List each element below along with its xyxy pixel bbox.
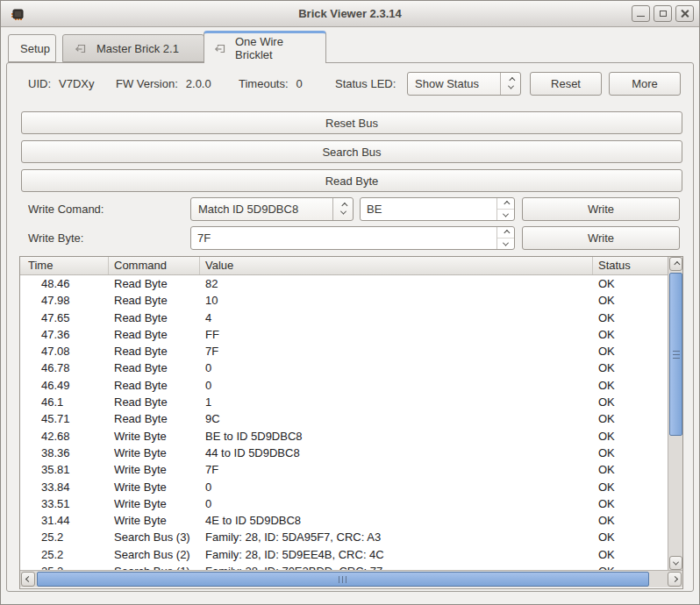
write-command-value-input[interactable]: BE [360,197,515,221]
titlebar[interactable]: Brick Viewer 2.3.14 [1,1,699,27]
table-cell: Read Byte [109,275,200,292]
table-row[interactable]: 47.65Read Byte4OK [20,310,668,326]
scroll-up-button[interactable] [669,257,682,271]
table-row[interactable]: 46.49Read Byte0OK [20,377,668,394]
write-command-selected-value: Match ID 5D9DBC8 [191,203,332,216]
minimize-button[interactable] [632,5,650,22]
table-row[interactable]: 25.2Search Bus (1)Family: 28, ID: 70E2BD… [20,563,668,570]
timeouts-value: 0 [296,72,303,96]
tab-master-brick[interactable]: Master Brick 2.1 [62,34,204,62]
write-byte-label: Write Byte: [28,226,83,250]
timeouts-label: Timeouts: [239,72,289,96]
column-header[interactable]: Status [593,257,668,274]
table-row[interactable]: 42.68Write ByteBE to ID 5D9DBC8OK [20,428,668,445]
spin-down-button[interactable] [497,238,514,249]
table-cell: 47.08 [20,343,109,359]
horizontal-scrollbar-thumb[interactable] [37,572,649,587]
app-window: Brick Viewer 2.3.14 Setup Master Brick 2… [0,0,700,605]
table-cell: Family: 28, ID: 5D9EE4B, CRC: 4C [200,546,593,563]
write-byte-write-button[interactable]: Write [522,226,680,250]
table-row[interactable]: 47.08Read Byte7FOK [20,343,668,359]
combo-updown-icon [332,198,353,220]
uid-label: UID: [28,72,51,96]
spin-up-button[interactable] [497,227,514,238]
table-cell: 31.44 [20,512,109,529]
table-cell: Read Byte [109,377,200,394]
table-row[interactable]: 47.36Read ByteFFOK [20,326,668,343]
table-cell: 4E to ID 5D9DBC8 [200,512,593,529]
column-header[interactable]: Value [200,257,593,274]
fw-version-group: FW Version: 2.0.0 [116,72,211,96]
vertical-scrollbar[interactable] [668,257,682,570]
spin-up-button[interactable] [497,198,514,210]
table-row[interactable]: 45.71Read Byte9COK [20,410,668,427]
close-button[interactable] [675,5,694,22]
tab-setup[interactable]: Setup [8,34,56,62]
uid-value: V7DXy [59,72,94,96]
spin-down-button[interactable] [497,210,514,220]
table-row[interactable]: 31.44Write Byte4E to ID 5D9DBC8OK [20,512,668,529]
tab-label: One Wire Bricklet [235,35,316,61]
table-row[interactable]: 33.84Write Byte0OK [20,479,668,495]
table-cell: 25.2 [20,546,109,563]
log-table-body: 48.46Read Byte82OK47.98Read Byte10OK47.6… [20,275,668,570]
read-byte-button[interactable]: Read Byte [21,169,682,192]
write-command-label: Write Comand: [28,197,104,221]
table-cell: OK [593,546,668,563]
table-row[interactable]: 48.46Read Byte82OK [20,275,668,292]
table-cell: Write Byte [109,461,200,478]
column-header[interactable]: Time [20,257,109,274]
reset-bus-button[interactable]: Reset Bus [21,111,682,134]
table-row[interactable]: 47.98Read Byte10OK [20,292,668,309]
table-cell: Read Byte [109,410,200,427]
close-icon [681,10,689,18]
table-cell: Write Byte [109,512,200,529]
table-cell: 47.36 [20,326,109,343]
table-row[interactable]: 38.36Write Byte44 to ID 5D9DBC8OK [20,445,668,461]
table-cell: Read Byte [109,394,200,410]
table-cell: 10 [200,292,593,309]
spin-steppers [496,227,514,249]
table-cell: OK [593,529,668,545]
table-row[interactable]: 46.1Read Byte1OK [20,394,668,410]
table-cell: 1 [200,394,593,410]
scroll-left-button[interactable] [21,572,35,587]
scroll-down-button[interactable] [669,556,682,570]
scroll-right-button[interactable] [668,572,682,587]
table-cell: 82 [200,275,593,292]
search-bus-button[interactable]: Search Bus [21,140,682,163]
horizontal-scrollbar[interactable] [20,570,682,587]
table-row[interactable]: 35.81Write Byte7FOK [20,461,668,478]
one-wire-panel: UID: V7DXy FW Version: 2.0.0 Timeouts: 0… [6,62,694,592]
table-cell: OK [593,377,668,394]
table-cell: OK [593,359,668,376]
write-command-write-button[interactable]: Write [522,197,680,221]
table-cell: Write Byte [109,445,200,461]
write-command-value: BE [361,198,496,220]
table-cell: 46.49 [20,377,109,394]
vertical-scrollbar-thumb[interactable] [669,273,682,436]
maximize-button[interactable] [654,5,672,22]
table-cell: Write Byte [109,479,200,495]
write-command-select[interactable]: Match ID 5D9DBC8 [190,197,354,221]
column-header[interactable]: Command [109,257,200,274]
table-row[interactable]: 25.2Search Bus (3)Family: 28, ID: 5DA95F… [20,529,668,545]
tab-one-wire-bricklet[interactable]: One Wire Bricklet [204,31,326,63]
table-cell: Search Bus (2) [109,546,200,563]
thumb-grip-icon [673,351,680,359]
status-led-select[interactable]: Show Status [407,72,521,96]
table-row[interactable]: 33.51Write Byte0OK [20,495,668,512]
more-button[interactable]: More [609,72,681,96]
log-table: TimeCommandValueStatus 48.46Read Byte82O… [19,256,683,589]
uid-group: UID: V7DXy [28,72,94,96]
table-cell: OK [593,394,668,410]
table-cell: Search Bus (1) [109,563,200,570]
write-byte-value-input[interactable]: 7F [190,226,515,250]
table-cell: 25.2 [20,563,109,570]
chevron-up-icon [674,260,680,267]
table-row[interactable]: 46.78Read Byte0OK [20,359,668,376]
table-cell: 7F [200,343,593,359]
table-cell: Read Byte [109,292,200,309]
table-row[interactable]: 25.2Search Bus (2)Family: 28, ID: 5D9EE4… [20,546,668,563]
reset-button[interactable]: Reset [530,72,602,96]
